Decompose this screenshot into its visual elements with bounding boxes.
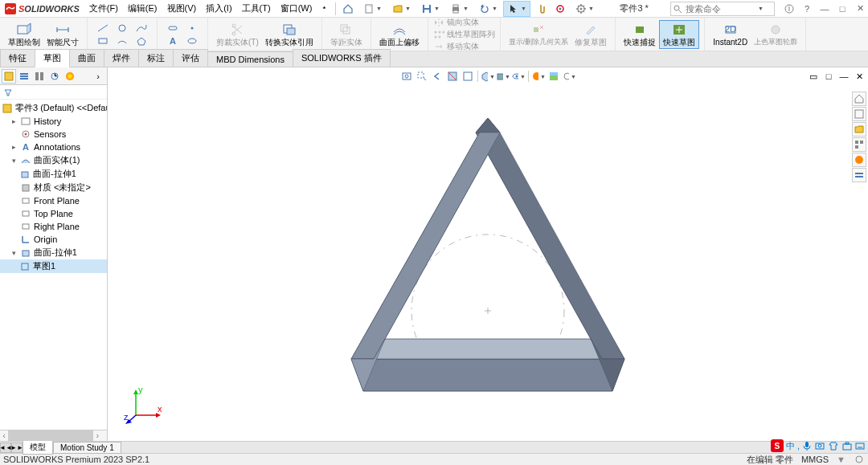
new-doc-icon[interactable]: ▼	[358, 1, 386, 17]
line-tool[interactable]	[94, 22, 112, 34]
view-palette-icon[interactable]	[852, 137, 866, 152]
tree-sensors[interactable]: Sensors	[0, 128, 107, 141]
repair-sketch-button[interactable]: 修复草图	[571, 21, 610, 48]
tree-top-plane[interactable]: Top Plane	[0, 207, 107, 220]
display-style-icon[interactable]: ▼	[496, 69, 510, 84]
view-settings-icon[interactable]: ▼	[562, 69, 576, 84]
tab-plugins[interactable]: SOLIDWORKS 插件	[293, 49, 391, 67]
quick-snap-button[interactable]: 快速捕捉	[620, 21, 659, 48]
point-tool[interactable]	[183, 22, 201, 34]
trim-entities-button[interactable]: 剪裁实体(T)	[213, 21, 262, 48]
tree-right-plane[interactable]: Right Plane	[0, 220, 107, 233]
menu-insert[interactable]: 插入(I)	[201, 0, 236, 17]
options-icon[interactable]: ▼	[571, 1, 598, 17]
status-units[interactable]: MMGS	[801, 455, 829, 464]
tab-mbd[interactable]: MBD Dimensions	[207, 51, 293, 67]
tree-scrollbar[interactable]: ‹ ›	[0, 430, 107, 441]
filter-bar[interactable]	[0, 85, 107, 100]
help-icon[interactable]: i	[781, 2, 797, 16]
tree-history[interactable]: ▸ History	[0, 115, 107, 128]
arc-tool[interactable]	[113, 35, 131, 47]
ime-keyboard-icon[interactable]	[855, 440, 865, 451]
sw-resources-icon[interactable]	[852, 92, 866, 106]
tab-evaluate[interactable]: 评估	[173, 49, 208, 67]
tree-origin[interactable]: Origin	[0, 233, 107, 246]
select-icon[interactable]: ▼	[503, 1, 530, 17]
ime-toolbox-icon[interactable]	[841, 440, 853, 451]
zoom-fit-icon[interactable]	[399, 69, 414, 84]
prev-view-icon[interactable]	[430, 69, 444, 84]
tree-sketch1[interactable]: 草图1	[0, 259, 107, 273]
maximize-button[interactable]: □	[834, 2, 850, 16]
instant2d-button[interactable]: 2D Instant2D	[710, 21, 751, 48]
tab-weldment[interactable]: 焊件	[104, 49, 139, 67]
search-box[interactable]: ▼	[670, 2, 775, 16]
vp-min-icon[interactable]: ▭	[806, 69, 821, 84]
rapid-sketch-button[interactable]: 快速草图	[659, 20, 699, 49]
apply-scene-icon[interactable]	[547, 69, 561, 84]
open-doc-icon[interactable]: ▼	[387, 1, 415, 17]
print-icon[interactable]: ▼	[445, 1, 473, 17]
sketch-button[interactable]: 草图绘制	[5, 21, 43, 48]
tree-annotations[interactable]: ▸A Annotations	[0, 141, 107, 153]
close-button[interactable]: ✕	[852, 2, 868, 16]
bottom-tab-prev[interactable]: ◄◄	[0, 443, 11, 453]
view-orient-icon[interactable]: ▼	[481, 69, 495, 84]
bottom-tab-next[interactable]: ►►	[11, 443, 23, 453]
whatsthis-icon[interactable]: ?	[799, 2, 815, 16]
tree-material[interactable]: 材质 <未指定>	[0, 181, 107, 194]
status-custom-icon[interactable]	[854, 455, 865, 464]
offset-entities-button[interactable]: 等距实体	[327, 21, 366, 48]
tree-surf-extrude-feature[interactable]: ▾ 曲面-拉伸1	[0, 246, 107, 259]
bottom-tab-model[interactable]: 模型	[23, 440, 53, 455]
tree-surf-extrude-body[interactable]: 曲面-拉伸1	[0, 167, 107, 181]
menu-more[interactable]: ⋆	[317, 0, 332, 17]
save-icon[interactable]: ▼	[416, 1, 444, 17]
file-explorer-icon[interactable]	[852, 122, 866, 137]
view-triad[interactable]: y x z	[124, 385, 164, 425]
config-manager-tab[interactable]	[32, 69, 47, 84]
tree-expand-icon[interactable]: ›	[91, 69, 105, 84]
display-manager-tab[interactable]	[63, 69, 77, 84]
menu-tools[interactable]: 工具(T)	[237, 0, 276, 17]
text-tool[interactable]: A	[164, 35, 182, 47]
zoom-area-icon[interactable]	[415, 69, 429, 84]
ime-screenshot-icon[interactable]	[814, 440, 825, 451]
feature-manager-tab[interactable]	[2, 69, 16, 84]
edit-appearance-icon[interactable]: ▼	[531, 69, 546, 84]
attach-icon[interactable]	[532, 1, 550, 17]
property-manager-tab[interactable]	[17, 69, 31, 84]
dimxpert-tab[interactable]	[47, 69, 62, 84]
move-entities-row[interactable]: 移动实体	[433, 41, 495, 52]
minimize-button[interactable]: —	[817, 2, 833, 16]
ime-mic-icon[interactable]	[802, 440, 812, 451]
sogou-icon[interactable]: S	[771, 439, 784, 452]
tab-annotate[interactable]: 标注	[138, 49, 174, 67]
design-library-icon[interactable]	[852, 107, 866, 121]
vp-close-icon[interactable]: ✕	[852, 69, 866, 84]
tab-sketch[interactable]: 草图	[35, 49, 70, 67]
vp-restore-icon[interactable]: —	[837, 69, 851, 84]
menu-file[interactable]: 文件(F)	[84, 0, 123, 17]
hide-show-icon[interactable]: ▼	[511, 69, 526, 84]
tab-feature[interactable]: 特征	[0, 49, 35, 67]
search-input[interactable]	[684, 4, 756, 14]
vp-max-icon[interactable]: □	[821, 69, 836, 84]
menu-view[interactable]: 视图(V)	[162, 0, 202, 17]
section-view-icon[interactable]	[445, 69, 460, 84]
tree-root[interactable]: 零件3 (Default) <<Default>_	[0, 101, 107, 115]
ellipse-tool[interactable]	[183, 35, 201, 47]
home-icon[interactable]	[339, 1, 357, 17]
tab-surface[interactable]: 曲面	[69, 49, 104, 67]
convert-entities-button[interactable]: 转换实体引用	[262, 21, 317, 48]
rect-tool[interactable]	[94, 35, 112, 47]
display-delete-relations-button[interactable]: 显示/删除几何关系	[506, 21, 572, 48]
linear-pattern-row[interactable]: 线性草图阵列	[433, 29, 495, 40]
tree-surface-bodies[interactable]: ▾ 曲面实体(1)	[0, 153, 107, 167]
rebuild-icon[interactable]	[551, 1, 569, 17]
polygon-tool[interactable]	[133, 35, 150, 47]
menu-window[interactable]: 窗口(W)	[276, 0, 317, 17]
menu-edit[interactable]: 编辑(E)	[123, 0, 162, 17]
dynamic-annot-icon[interactable]	[461, 69, 475, 84]
tree-front-plane[interactable]: Front Plane	[0, 194, 107, 207]
